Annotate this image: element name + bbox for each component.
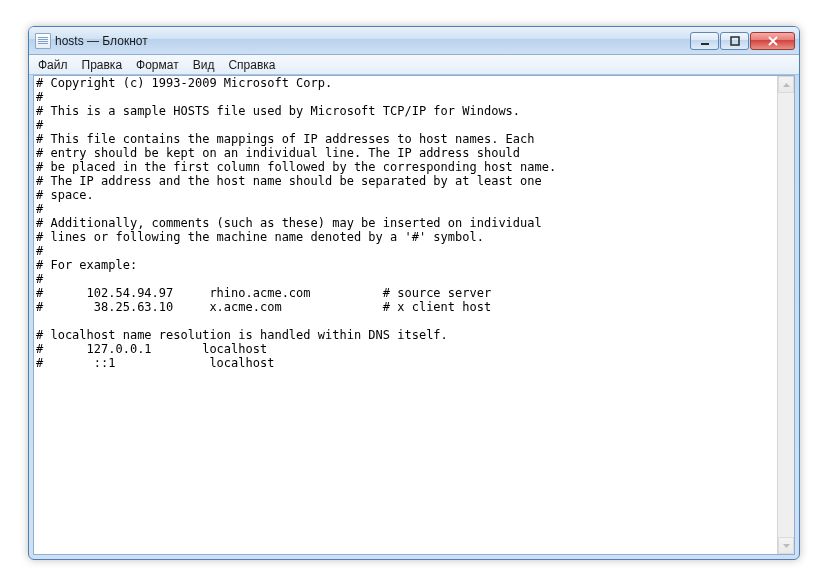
close-button[interactable] xyxy=(750,32,795,50)
menubar: Файл Правка Формат Вид Справка xyxy=(29,55,799,75)
menu-file[interactable]: Файл xyxy=(31,57,75,73)
menu-help[interactable]: Справка xyxy=(221,57,282,73)
svg-rect-0 xyxy=(701,43,709,45)
window-controls xyxy=(689,32,795,50)
svg-rect-1 xyxy=(731,37,739,45)
titlebar[interactable]: hosts — Блокнот xyxy=(29,27,799,55)
notepad-window: hosts — Блокнот Файл Правка Формат Вид С… xyxy=(28,26,800,560)
scroll-up-button[interactable] xyxy=(778,76,794,93)
menu-format[interactable]: Формат xyxy=(129,57,186,73)
chevron-up-icon xyxy=(783,83,790,87)
notepad-icon xyxy=(35,33,51,49)
minimize-icon xyxy=(699,36,711,46)
maximize-button[interactable] xyxy=(720,32,749,50)
text-editor[interactable]: # Copyright (c) 1993-2009 Microsoft Corp… xyxy=(34,76,777,554)
window-title: hosts — Блокнот xyxy=(55,34,689,48)
menu-view[interactable]: Вид xyxy=(186,57,222,73)
close-icon xyxy=(767,36,779,46)
vertical-scrollbar[interactable] xyxy=(777,76,794,554)
scroll-down-button[interactable] xyxy=(778,537,794,554)
scroll-track[interactable] xyxy=(778,93,794,537)
chevron-down-icon xyxy=(783,544,790,548)
minimize-button[interactable] xyxy=(690,32,719,50)
menu-edit[interactable]: Правка xyxy=(75,57,130,73)
maximize-icon xyxy=(729,36,741,46)
editor-area: # Copyright (c) 1993-2009 Microsoft Corp… xyxy=(33,75,795,555)
